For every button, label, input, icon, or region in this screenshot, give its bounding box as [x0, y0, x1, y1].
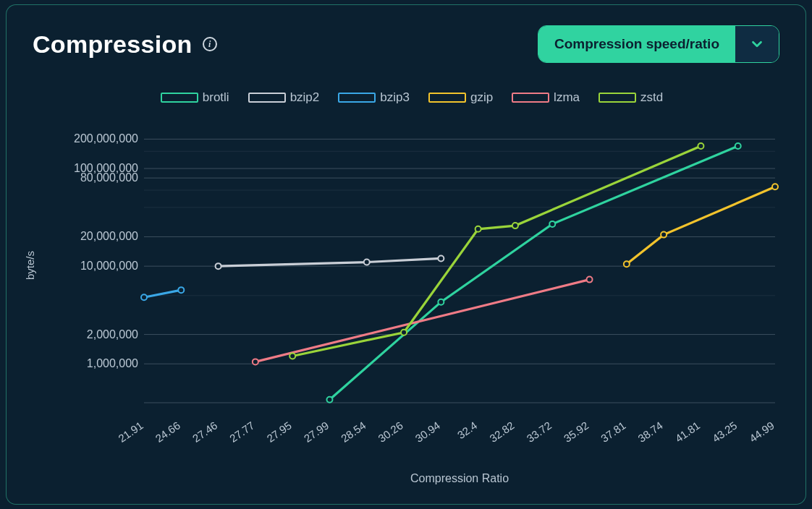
svg-text:10,000,000: 10,000,000 — [80, 260, 138, 272]
series-lzma — [255, 280, 590, 362]
legend-label: brotli — [203, 90, 229, 105]
svg-point-39 — [438, 299, 444, 305]
series-brotli — [329, 146, 737, 400]
svg-point-53 — [401, 330, 407, 335]
legend-item-lzma[interactable]: lzma — [512, 90, 580, 105]
legend-item-bzip3[interactable]: bzip3 — [338, 90, 410, 105]
svg-text:44.99: 44.99 — [747, 419, 777, 445]
svg-text:27.95: 27.95 — [264, 419, 294, 445]
legend-swatch — [338, 93, 376, 103]
svg-text:27.46: 27.46 — [190, 419, 220, 445]
legend-item-brotli[interactable]: brotli — [161, 90, 229, 105]
panel-header: Compression i Compression speed/ratio — [7, 5, 805, 69]
svg-point-46 — [178, 287, 184, 293]
legend-label: bzip2 — [290, 90, 320, 105]
svg-text:2,000,000: 2,000,000 — [87, 328, 138, 341]
svg-point-51 — [587, 277, 593, 283]
metric-selector[interactable]: Compression speed/ratio — [538, 25, 779, 63]
svg-text:30.26: 30.26 — [376, 419, 405, 445]
y-axis-label: byte/s — [24, 251, 36, 280]
svg-text:100,000,000: 100,000,000 — [74, 162, 138, 174]
legend-label: zstd — [640, 90, 663, 105]
svg-point-43 — [364, 260, 370, 265]
svg-text:1,000,000: 1,000,000 — [87, 357, 138, 369]
legend-swatch — [161, 93, 198, 103]
svg-text:33.72: 33.72 — [524, 419, 554, 445]
chart-area: brotlibzip2bzip3gziplzmazstd byte/s 1,00… — [35, 85, 788, 489]
metric-selector-label: Compression speed/ratio — [538, 26, 735, 62]
svg-point-48 — [661, 232, 667, 238]
series-zstd — [292, 146, 701, 356]
legend: brotlibzip2bzip3gziplzmazstd — [35, 85, 788, 108]
svg-text:24.66: 24.66 — [153, 419, 183, 445]
svg-point-40 — [549, 221, 555, 227]
svg-text:28.54: 28.54 — [339, 419, 368, 445]
svg-text:32.82: 32.82 — [487, 419, 517, 445]
svg-point-49 — [772, 184, 778, 189]
svg-point-54 — [475, 226, 481, 232]
svg-point-55 — [512, 223, 518, 228]
svg-point-41 — [735, 143, 741, 149]
svg-text:Compression Ratio: Compression Ratio — [410, 472, 509, 484]
svg-text:30.94: 30.94 — [413, 419, 443, 445]
svg-point-44 — [438, 255, 444, 261]
svg-text:27.99: 27.99 — [302, 419, 331, 445]
svg-point-56 — [698, 143, 703, 149]
svg-text:37.81: 37.81 — [599, 419, 628, 445]
svg-point-45 — [141, 294, 147, 300]
legend-swatch — [599, 93, 636, 103]
svg-text:38.74: 38.74 — [635, 419, 665, 445]
info-icon[interactable]: i — [203, 37, 217, 51]
svg-text:20,000,000: 20,000,000 — [80, 230, 138, 242]
svg-text:35.92: 35.92 — [562, 419, 591, 445]
legend-label: bzip3 — [380, 90, 410, 105]
svg-text:21.91: 21.91 — [116, 419, 145, 445]
svg-text:32.4: 32.4 — [455, 419, 480, 442]
svg-point-38 — [326, 397, 332, 403]
legend-swatch — [428, 93, 466, 103]
legend-item-zstd[interactable]: zstd — [599, 90, 663, 105]
series-bzip2 — [219, 258, 441, 266]
title-wrap: Compression i — [33, 30, 217, 59]
legend-item-bzip2[interactable]: bzip2 — [248, 90, 320, 105]
chart-panel: Compression i Compression speed/ratio br… — [6, 4, 806, 505]
legend-item-gzip[interactable]: gzip — [428, 90, 493, 105]
svg-text:27.77: 27.77 — [227, 419, 257, 445]
svg-text:200,000,000: 200,000,000 — [74, 132, 138, 145]
page-title: Compression — [33, 30, 193, 59]
svg-point-52 — [289, 354, 295, 359]
chevron-down-icon[interactable] — [735, 26, 779, 62]
legend-label: lzma — [554, 90, 580, 105]
svg-point-47 — [624, 261, 630, 267]
svg-text:43.25: 43.25 — [710, 419, 740, 445]
legend-swatch — [512, 93, 549, 103]
legend-label: gzip — [470, 90, 493, 105]
svg-point-42 — [216, 263, 221, 269]
svg-point-50 — [253, 359, 258, 364]
series-gzip — [627, 187, 775, 264]
chart-plot: 1,000,0002,000,00010,000,00020,000,00080… — [35, 114, 788, 489]
legend-swatch — [248, 93, 286, 103]
series-bzip3 — [144, 290, 181, 297]
svg-text:41.81: 41.81 — [673, 419, 703, 445]
